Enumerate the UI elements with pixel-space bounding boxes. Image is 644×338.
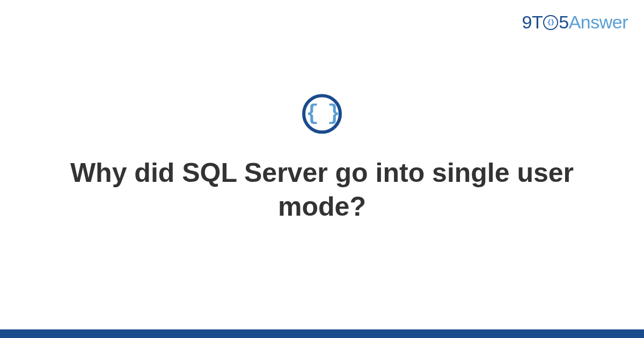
footer-bar <box>0 329 644 338</box>
logo-text-5: 5 <box>559 12 568 33</box>
category-icon: { } <box>302 94 342 134</box>
logo-text-9t: 9T <box>522 12 543 33</box>
logo-braces-icon: {} <box>547 19 554 26</box>
question-title: Why did SQL Server go into single user m… <box>0 156 644 223</box>
main-content: { } Why did SQL Server go into single us… <box>0 94 644 223</box>
logo-text-answer: Answer <box>569 12 628 33</box>
logo-circle-icon: {} <box>543 15 558 30</box>
site-logo[interactable]: 9T {} 5 Answer <box>522 12 628 33</box>
braces-icon: { } <box>306 102 338 126</box>
